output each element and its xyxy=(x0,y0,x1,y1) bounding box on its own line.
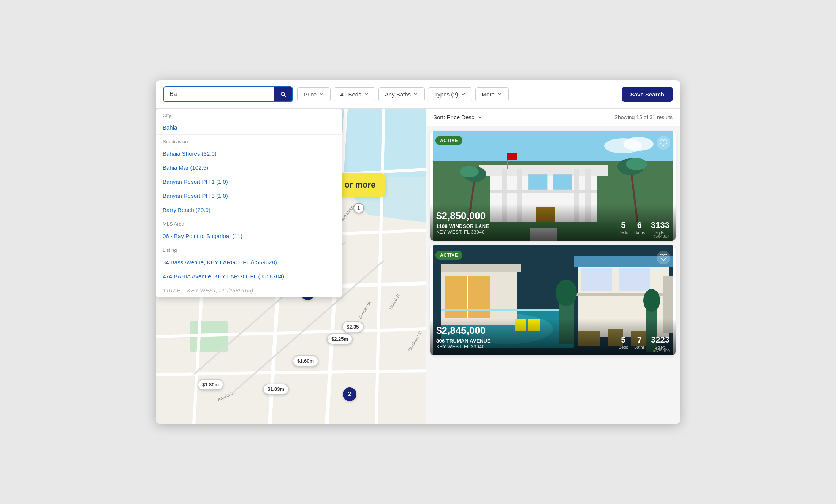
results-count: Showing 15 of 31 results xyxy=(614,114,673,120)
section-label-subdivision: Subdivision xyxy=(156,134,342,147)
dropdown-item-partial[interactable]: 1107 B... KEY WEST, FL (#586166) xyxy=(156,283,342,297)
sqft-stat-2: 3223 Sq.Ft. xyxy=(651,335,670,349)
map-circle-info[interactable]: 1 xyxy=(353,203,364,213)
svg-rect-59 xyxy=(619,268,650,291)
listing-card-1[interactable]: ACTIVE $2,850,000 1109 WINDSOR LANE KEY … xyxy=(430,131,676,241)
map-area[interactable]: Duncan St United St Seminary St Amelia S… xyxy=(156,109,426,424)
beds-stat-2: 5 Beds xyxy=(619,335,628,349)
search-button[interactable] xyxy=(274,87,292,101)
more-filter[interactable]: More xyxy=(475,87,509,101)
listing-image-2: ACTIVE $2,845,000 806 TRUMAN AVENUE KEY … xyxy=(430,245,676,355)
section-label-mls: MLS Area xyxy=(156,217,342,229)
listing-mls-2: #575869 xyxy=(653,349,670,353)
search-wrapper xyxy=(163,86,293,102)
dropdown-item-bahia[interactable]: Bahia xyxy=(156,120,342,134)
svg-point-71 xyxy=(643,289,660,312)
dropdown-item-bahia-mar[interactable]: Bahia Mar (102.5) xyxy=(156,161,342,175)
section-label-listing: Listing xyxy=(156,243,342,255)
dropdown-section-mls: MLS Area 06 - Bay Point to Sugarloaf (11… xyxy=(156,217,342,243)
header: Price 4+ Beds Any Baths Types (2) More S… xyxy=(156,80,680,109)
main-content: Duncan St United St Seminary St Amelia S… xyxy=(156,109,680,424)
dropdown-section-city: City Bahia xyxy=(156,109,342,134)
svg-rect-67 xyxy=(441,309,574,311)
dropdown-section-listing: Listing 34 Bass Avenue, KEY LARGO, FL (#… xyxy=(156,243,342,297)
section-label-city: City xyxy=(156,109,342,120)
beds-stat-1: 5 Beds xyxy=(619,220,628,235)
autocomplete-dropdown: City Bahia Subdivision Bahaia Shores (32… xyxy=(156,109,342,297)
svg-point-38 xyxy=(460,166,479,177)
baths-stat-1: 6 Baths xyxy=(634,220,645,235)
svg-point-69 xyxy=(556,280,577,306)
active-badge-1: ACTIVE xyxy=(435,136,462,145)
svg-rect-52 xyxy=(441,264,521,272)
save-search-button[interactable]: Save Search xyxy=(622,87,673,102)
svg-rect-33 xyxy=(553,174,572,190)
dropdown-item-bahaia-shores[interactable]: Bahaia Shores (32.0) xyxy=(156,147,342,161)
svg-rect-32 xyxy=(528,174,547,190)
svg-rect-45 xyxy=(507,153,517,160)
heart-button-1[interactable] xyxy=(657,136,670,150)
svg-point-47 xyxy=(623,137,654,151)
filter-group: Price 4+ Beds Any Baths Types (2) More xyxy=(297,87,618,101)
map-pin-1.60m[interactable]: $1.60m xyxy=(293,355,318,367)
map-circle-2[interactable]: 2 xyxy=(343,387,356,401)
svg-point-41 xyxy=(626,158,647,170)
sort-dropdown[interactable]: Sort: Price Desc xyxy=(433,114,483,120)
baths-filter[interactable]: Any Baths xyxy=(378,87,425,101)
app-container: Price 4+ Beds Any Baths Types (2) More S… xyxy=(156,80,680,424)
dropdown-item-banyan3[interactable]: Banyan Resort PH 3 (1.0) xyxy=(156,189,342,203)
dropdown-item-bass-ave[interactable]: 34 Bass Avenue, KEY LARGO, FL (#569628) xyxy=(156,255,342,269)
types-filter[interactable]: Types (2) xyxy=(428,87,472,101)
dropdown-item-bahia-ave[interactable]: 474 BAHIA Avenue, KEY LARGO, FL (#558704… xyxy=(156,269,342,283)
heart-button-2[interactable] xyxy=(657,251,670,264)
map-pin-1.03m[interactable]: $1.03m xyxy=(263,384,289,395)
listing-card-2[interactable]: ACTIVE $2,845,000 806 TRUMAN AVENUE KEY … xyxy=(430,245,676,355)
map-pin-2.25m[interactable]: $2.25m xyxy=(327,333,353,344)
svg-rect-58 xyxy=(581,268,612,291)
search-input[interactable] xyxy=(164,87,274,101)
svg-rect-35 xyxy=(490,190,597,193)
map-pin-2.35[interactable]: $2.35 xyxy=(342,321,364,332)
listing-stats-2: 5 Beds 7 Baths 3223 Sq.Ft. xyxy=(613,335,670,349)
dropdown-item-barry-beach[interactable]: Barry Beach (29.0) xyxy=(156,203,342,217)
price-filter[interactable]: Price xyxy=(297,87,331,101)
listing-image-1: ACTIVE $2,850,000 1109 WINDSOR LANE KEY … xyxy=(430,131,676,241)
dropdown-item-bay-point[interactable]: 06 - Bay Point to Sugarloaf (11) xyxy=(156,229,342,243)
dropdown-section-subdivision: Subdivision Bahaia Shores (32.0) Bahia M… xyxy=(156,134,342,217)
sqft-stat-1: 3133 Sq.Ft. xyxy=(651,220,670,235)
listings-panel: Sort: Price Desc Showing 15 of 31 result… xyxy=(426,109,680,424)
baths-stat-2: 7 Baths xyxy=(634,335,645,349)
active-badge-2: ACTIVE xyxy=(435,251,462,260)
listing-mls-1: #584804 xyxy=(653,234,670,239)
map-pin-1.80m[interactable]: $1.80m xyxy=(198,379,223,390)
listings-header: Sort: Price Desc Showing 15 of 31 result… xyxy=(426,109,680,126)
listing-stats-1: 5 Beds 6 Baths 3133 Sq.Ft. xyxy=(613,220,670,235)
dropdown-item-banyan1[interactable]: Banyan Resort PH 1 (1.0) xyxy=(156,175,342,189)
beds-filter[interactable]: 4+ Beds xyxy=(334,87,375,101)
